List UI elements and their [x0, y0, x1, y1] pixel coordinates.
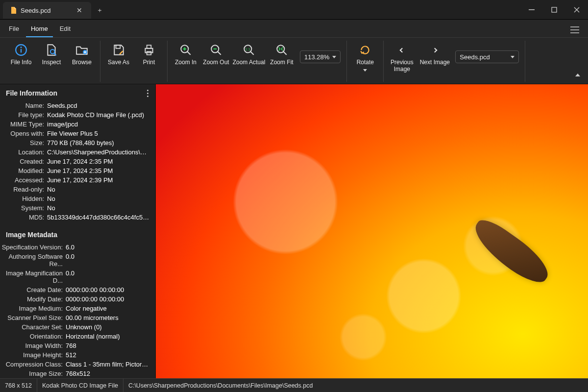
- next-image-button[interactable]: Next Image: [417, 41, 452, 68]
- file-info-panel-header: File Information: [0, 84, 155, 100]
- folder-icon: [75, 43, 88, 57]
- property-row: Opens with:File Viewer Plus 5: [0, 129, 150, 138]
- zoom-in-button[interactable]: Zoom In: [171, 41, 201, 68]
- chevron-down-icon: [511, 56, 514, 58]
- inspect-icon: [45, 43, 58, 57]
- previous-image-button[interactable]: Previous Image: [387, 41, 417, 75]
- property-key: System:: [0, 204, 47, 212]
- property-value: 768x512: [66, 370, 150, 377]
- property-key: Accessed:: [0, 176, 47, 184]
- print-button[interactable]: Print: [134, 41, 164, 68]
- panel-menu-button[interactable]: [147, 90, 149, 97]
- property-value: 6.0: [66, 244, 150, 251]
- menu-bar: File Home Edit: [0, 20, 588, 37]
- zoom-fit-icon: [275, 43, 288, 57]
- property-key: Image Height:: [0, 351, 66, 359]
- property-row: System:No: [0, 203, 150, 213]
- minimize-button[interactable]: [520, 0, 543, 19]
- property-row: Created:June 17, 2024 2:35 PM: [0, 157, 150, 166]
- property-value: Color negative: [66, 305, 150, 312]
- property-row: File type:Kodak Photo CD Image File (.pc…: [0, 110, 150, 120]
- property-key: MIME Type:: [0, 121, 47, 128]
- property-key: Name:: [0, 102, 47, 109]
- property-value: 770 KB (788,480 bytes): [47, 139, 150, 147]
- property-key: File type:: [0, 111, 47, 119]
- rotate-icon: [359, 43, 371, 57]
- zoom-percent-value: 113.28%: [304, 53, 329, 61]
- image-metadata-properties: Specification Version:6.0Authoring Softw…: [0, 242, 155, 378]
- property-key: Size:: [0, 139, 47, 147]
- property-value: 512: [66, 351, 150, 359]
- close-window-button[interactable]: [565, 0, 588, 19]
- property-row: Character Set:Unknown (0): [0, 322, 150, 332]
- property-key: Hidden:: [0, 195, 47, 202]
- property-row: Orientation:Horizontal (normal): [0, 332, 150, 341]
- property-value: File Viewer Plus 5: [47, 130, 150, 137]
- tab-title: Seeds.pcd: [21, 7, 50, 14]
- file-select-dropdown[interactable]: Seeds.pcd: [455, 50, 519, 63]
- inspect-button[interactable]: Inspect: [36, 41, 67, 68]
- print-icon: [143, 43, 155, 57]
- image-viewer[interactable]: [156, 84, 588, 378]
- chevron-down-icon: [363, 69, 367, 72]
- property-row: MD5:5b133349dc447dd380c66c4c4fc5f592: [0, 213, 150, 222]
- menu-file[interactable]: File: [4, 21, 24, 37]
- property-key: Opens with:: [0, 130, 47, 137]
- property-key: Create Date:: [0, 286, 66, 294]
- status-bar: 768 x 512 Kodak Photo CD Image File C:\U…: [0, 378, 588, 392]
- property-value: June 17, 2024 2:39 PM: [47, 176, 150, 184]
- hamburger-menu[interactable]: [565, 23, 584, 37]
- property-key: Modify Date:: [0, 295, 66, 303]
- zoom-fit-button[interactable]: Zoom Fit: [267, 41, 297, 68]
- property-value: No: [47, 186, 150, 193]
- property-value: image/jpcd: [47, 121, 150, 128]
- menu-home[interactable]: Home: [26, 21, 53, 37]
- property-value: 0000:00:00 00:00:00: [66, 286, 150, 294]
- chevron-down-icon: [332, 56, 336, 58]
- collapse-ribbon-button[interactable]: [570, 68, 585, 81]
- property-row: Size:770 KB (788,480 bytes): [0, 138, 150, 147]
- property-key: Authoring Software Re...: [0, 253, 66, 268]
- property-value: June 17, 2024 2:35 PM: [47, 158, 150, 165]
- status-path: C:\Users\SharpenedProductions\Documents\…: [123, 379, 318, 392]
- property-row: Modify Date:0000:00:00 00:00:00: [0, 294, 150, 304]
- svg-point-5: [50, 49, 55, 54]
- property-key: Image Size:: [0, 370, 66, 377]
- status-filetype: Kodak Photo CD Image File: [37, 379, 123, 392]
- maximize-button[interactable]: [543, 0, 565, 19]
- property-value: No: [47, 204, 150, 212]
- property-value: Unknown (0): [66, 323, 150, 331]
- file-info-properties: Name:Seeds.pcdFile type:Kodak Photo CD I…: [0, 100, 155, 226]
- document-tab[interactable]: Seeds.pcd ✕: [3, 2, 91, 19]
- property-row: Name:Seeds.pcd: [0, 101, 150, 110]
- property-row: Image Width:768: [0, 341, 150, 350]
- property-value: Class 1 - 35mm film; Pictoral h...: [66, 361, 150, 368]
- file-icon: [10, 6, 18, 14]
- file-info-button[interactable]: File Info: [6, 41, 36, 68]
- svg-point-4: [20, 47, 22, 48]
- rotate-button[interactable]: Rotate: [350, 41, 380, 74]
- property-row: Accessed:June 17, 2024 2:39 PM: [0, 175, 150, 185]
- chevron-left-icon: [400, 43, 404, 57]
- property-row: Compression Class:Class 1 - 35mm film; P…: [0, 360, 150, 369]
- menu-edit[interactable]: Edit: [55, 21, 75, 37]
- property-row: Read-only:No: [0, 185, 150, 194]
- save-as-button[interactable]: Save As: [103, 41, 134, 68]
- property-row: Scanner Pixel Size:00.00 micrometers: [0, 313, 150, 322]
- zoom-out-button[interactable]: Zoom Out: [201, 41, 231, 68]
- property-value: Kodak Photo CD Image File (.pcd): [47, 111, 150, 119]
- browse-button[interactable]: Browse: [67, 41, 97, 68]
- zoom-actual-button[interactable]: 1:1 Zoom Actual: [231, 41, 267, 68]
- save-icon: [112, 43, 125, 57]
- new-tab-button[interactable]: ＋: [91, 2, 108, 19]
- close-tab-button[interactable]: ✕: [74, 6, 84, 14]
- content-area: File Information Name:Seeds.pcdFile type…: [0, 84, 588, 378]
- property-key: Created:: [0, 158, 47, 165]
- zoom-percent-dropdown[interactable]: 113.28%: [300, 50, 341, 63]
- property-key: Image Medium:: [0, 305, 66, 312]
- property-row: Image Medium:Color negative: [0, 304, 150, 313]
- property-row: Hidden:No: [0, 194, 150, 203]
- property-value: C:\Users\SharpenedProductions\Docu...: [47, 148, 150, 156]
- chevron-up-icon: [575, 74, 580, 76]
- file-select-value: Seeds.pcd: [460, 53, 490, 61]
